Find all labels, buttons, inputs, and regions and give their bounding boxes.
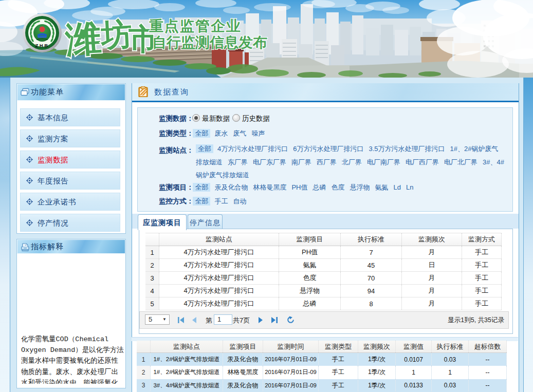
svg-text:重点监管企业: 重点监管企业 [149, 18, 242, 34]
svg-text:ZHB: ZHB [35, 43, 49, 48]
svg-text:坊: 坊 [99, 17, 133, 53]
svg-text:潍: 潍 [64, 18, 103, 61]
svg-text:自行监测信息发布: 自行监测信息发布 [152, 34, 267, 50]
